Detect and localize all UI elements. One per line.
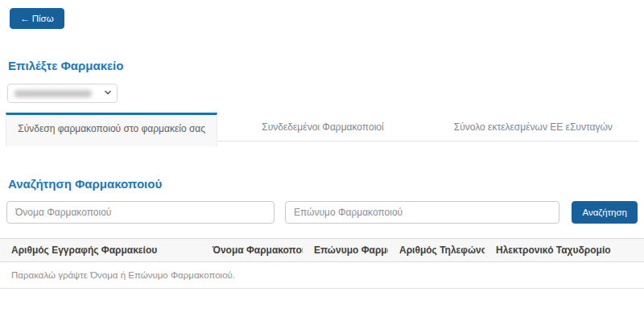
pharmacy-select[interactable] [7, 84, 118, 103]
last-name-input[interactable] [285, 201, 560, 224]
search-row: Αναζήτηση [6, 201, 638, 224]
col-phone-number: Αριθμός Τηλεφώνου [388, 239, 485, 262]
back-button[interactable]: ← Πίσω [10, 8, 64, 29]
table-header-row: Αριθμός Εγγραφής Φαρμακείου Όνομα Φαρμακ… [0, 239, 644, 262]
tab-executed-eu-eprescriptions[interactable]: Σύνολο εκτελεσμένων ΕΕ εΣυνταγών [428, 113, 638, 142]
search-button[interactable]: Αναζήτηση [572, 201, 638, 224]
tab-bar: Σύνδεση φαρμακοποιού στο φαρμακείο σας Σ… [6, 113, 638, 146]
search-pharmacist-heading: Αναζήτηση Φαρμακοποιού [8, 177, 638, 191]
first-name-input[interactable] [6, 201, 275, 224]
results-table: Αριθμός Εγγραφής Φαρμακείου Όνομα Φαρμακ… [0, 238, 644, 289]
pharmacy-select-wrap [7, 84, 638, 103]
col-email: Ηλεκτρονικό Ταχυδρομίο [485, 239, 644, 262]
col-pharmacy-registration-number: Αριθμός Εγγραφής Φαρμακείου [0, 239, 201, 262]
page: ← Πίσω Επιλέξτε Φαρμακείο Σύνδεση φαρμακ… [0, 0, 644, 289]
empty-state-row: Παρακαλώ γράψτε Όνομα ή Επώνυμο Φαρμακοπ… [0, 262, 644, 289]
empty-state-message: Παρακαλώ γράψτε Όνομα ή Επώνυμο Φαρμακοπ… [0, 262, 644, 289]
results-section: Αριθμός Εγγραφής Φαρμακείου Όνομα Φαρμακ… [0, 238, 644, 289]
redacted-pharmacy-name [14, 90, 92, 97]
tab-connected-pharmacists[interactable]: Συνδεδεμένοι Φαρμακοποιοί [217, 113, 427, 142]
chevron-down-icon [104, 88, 112, 97]
col-pharmacist-first-name: Όνομα Φαρμακοποιού [201, 239, 303, 262]
select-pharmacy-heading: Επιλέξτε Φαρμακείο [8, 59, 638, 72]
tab-connect-pharmacist[interactable]: Σύνδεση φαρμακοποιού στο φαρμακείο σας [6, 113, 217, 146]
col-pharmacist-last-name: Επώνυμο Φαρμακοποιού [303, 239, 388, 262]
